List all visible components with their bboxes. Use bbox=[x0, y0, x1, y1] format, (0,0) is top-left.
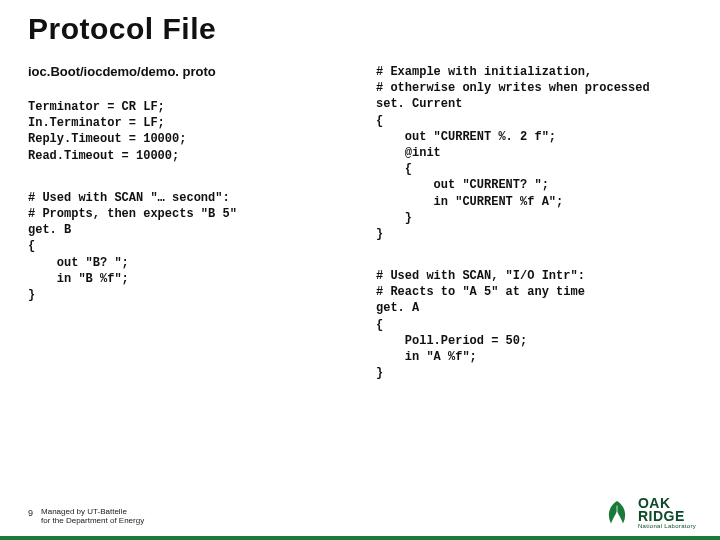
file-path: ioc.Boot/iocdemo/demo. proto bbox=[28, 64, 344, 79]
managed-line-2: for the Department of Energy bbox=[41, 517, 144, 526]
footer: 9 Managed by UT-Battelle for the Departm… bbox=[28, 508, 144, 526]
managed-by: Managed by UT-Battelle for the Departmen… bbox=[41, 508, 144, 526]
logo-bottom: RIDGE bbox=[638, 510, 696, 523]
logo-text: OAK RIDGE National Laboratory bbox=[638, 497, 696, 530]
left-column: ioc.Boot/iocdemo/demo. proto Terminator … bbox=[28, 64, 344, 407]
oak-ridge-logo: OAK RIDGE National Laboratory bbox=[602, 497, 696, 530]
bottom-accent-bar bbox=[0, 536, 720, 540]
content-columns: ioc.Boot/iocdemo/demo. proto Terminator … bbox=[28, 64, 692, 407]
leaf-icon bbox=[602, 498, 632, 528]
code-params: Terminator = CR LF; In.Terminator = LF; … bbox=[28, 99, 344, 164]
page-number: 9 bbox=[28, 508, 33, 518]
slide: Protocol File ioc.Boot/iocdemo/demo. pro… bbox=[0, 0, 720, 540]
page-title: Protocol File bbox=[28, 12, 692, 46]
code-getA: # Used with SCAN, "I/O Intr": # Reacts t… bbox=[376, 268, 692, 381]
code-getB: # Used with SCAN "… second": # Prompts, … bbox=[28, 190, 344, 303]
right-column: # Example with initialization, # otherwi… bbox=[376, 64, 692, 407]
code-setCurrent: # Example with initialization, # otherwi… bbox=[376, 64, 692, 242]
logo-subtitle: National Laboratory bbox=[638, 524, 696, 530]
